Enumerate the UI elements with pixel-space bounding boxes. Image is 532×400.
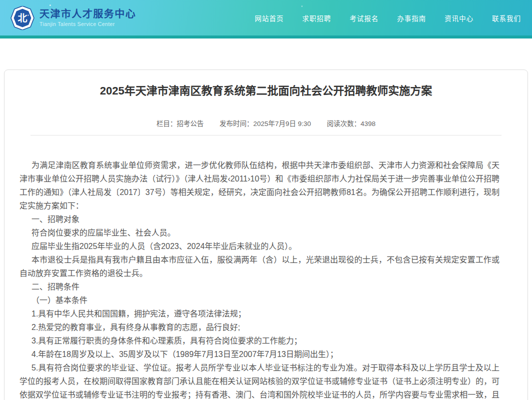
article-heading-subsection-1: （一）基本条件 xyxy=(19,294,500,307)
article-condition-item-2: 2.热爱党的教育事业，具有终身从事教育的志愿，品行良好; xyxy=(19,320,500,334)
brand-subtitle: Tianjin Talents Service Center xyxy=(39,21,136,27)
site-header: 北 天津市人才服务中心 Tianjin Talents Service Cent… xyxy=(0,0,532,36)
meta-divider xyxy=(30,135,502,136)
article-condition-item-3: 3.具有正常履行职责的身体条件和心理素质，具有符合岗位要求的工作能力； xyxy=(19,334,500,348)
svg-text:北: 北 xyxy=(17,13,27,24)
brand-name: 天津市人才服务中心 xyxy=(39,8,136,20)
meta-column: 栏目：招考公告 xyxy=(156,120,204,128)
tianjin-talents-logo-icon: 北 xyxy=(10,6,35,30)
meta-publish-time: 发布时间：2025年7月9日 9:30 xyxy=(219,120,311,128)
meta-read-count: 阅读次数：4398 xyxy=(327,120,376,128)
article-paragraph: 符合岗位要求的应届毕业生、社会人员。 xyxy=(19,226,500,240)
article-paragraph: 应届毕业生指2025年毕业的人员（含2023、2024年毕业后未就业的人员）。 xyxy=(19,240,500,253)
article-card: 2025年天津市津南区教育系统第二批面向社会公开招聘教师实施方案 栏目：招考公告… xyxy=(4,70,528,400)
nav-item-contact[interactable]: 联系我们 xyxy=(492,13,521,23)
article-condition-item-1: 1.具有中华人民共和国国籍，拥护宪法，遵守各项法律法规； xyxy=(19,307,500,320)
article-meta: 栏目：招考公告 发布时间：2025年7月9日 9:30 阅读次数：4398 xyxy=(4,118,528,128)
nav-item-home[interactable]: 网站首页 xyxy=(255,13,284,23)
brand-text: 天津市人才服务中心 Tianjin Talents Service Center xyxy=(39,8,136,27)
article-body: 为满足津南区教育系统事业单位师资需求，进一步优化教师队伍结构，根据中共天津市委组… xyxy=(19,158,500,400)
nav-item-guide[interactable]: 办事指南 xyxy=(397,13,426,23)
article-condition-item-5: 5.具有符合岗位要求的毕业证、学位证。报考人员所学专业以本人毕业证书标注的专业为… xyxy=(19,361,500,400)
nav-item-exam-signup[interactable]: 考试报名 xyxy=(350,13,379,23)
article-title: 2025年天津市津南区教育系统第二批面向社会公开招聘教师实施方案 xyxy=(27,84,505,98)
nav-item-jobs[interactable]: 求职招聘 xyxy=(302,13,331,23)
header-sparkle-decoration xyxy=(0,0,0,0)
article-paragraph-intro: 为满足津南区教育系统事业单位师资需求，进一步优化教师队伍结构，根据中共天津市委组… xyxy=(19,158,500,212)
article-heading-section-1: 一、招聘对象 xyxy=(19,212,500,226)
article-condition-item-4: 4.年龄在18周岁及以上、35周岁及以下（1989年7月13日至2007年7月1… xyxy=(19,348,500,361)
main-nav: 网站首页 求职招聘 考试报名 办事指南 资讯中心 联系我们 xyxy=(255,13,521,23)
nav-item-news[interactable]: 资讯中心 xyxy=(445,13,474,23)
article-heading-section-2: 二、招聘条件 xyxy=(19,280,500,294)
article-paragraph: 本市退役士兵是指具有我市户籍且由本市应征入伍，服役满两年（含）以上，光荣退出现役… xyxy=(19,253,500,280)
brand-home-link[interactable]: 北 天津市人才服务中心 Tianjin Talents Service Cent… xyxy=(10,6,136,30)
